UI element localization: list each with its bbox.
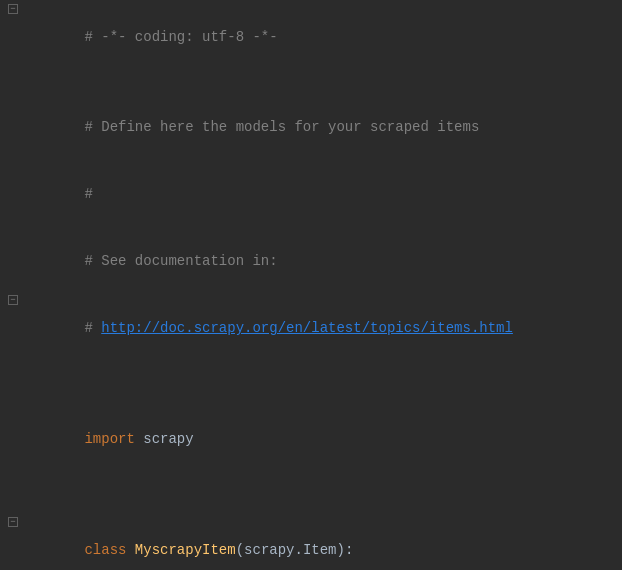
- line-10: [0, 473, 622, 495]
- url-link[interactable]: http://doc.scrapy.org/en/latest/topics/i…: [101, 320, 513, 336]
- line-11: [0, 495, 622, 517]
- keyword-import: import: [84, 431, 134, 447]
- fold-arrow-6[interactable]: −: [8, 295, 18, 305]
- fold-arrow-12[interactable]: −: [8, 517, 18, 527]
- gutter-6: −: [4, 295, 26, 305]
- line-7: [0, 362, 622, 384]
- comment-text: # -*- coding: utf-8 -*-: [84, 29, 277, 45]
- import-module: scrapy: [135, 431, 194, 447]
- line-4: #: [0, 160, 622, 227]
- line-5: # See documentation in:: [0, 228, 622, 295]
- line-6: − # http://doc.scrapy.org/en/latest/topi…: [0, 295, 622, 362]
- class-parens: (scrapy.Item):: [236, 542, 354, 558]
- code-line-3: # Define here the models for your scrape…: [26, 93, 614, 160]
- comment-hash: #: [84, 186, 92, 202]
- line-3: # Define here the models for your scrape…: [0, 93, 622, 160]
- code-line-9: import scrapy: [26, 406, 614, 473]
- code-line-12: class MyscrapyItem(scrapy.Item):: [26, 517, 614, 570]
- code-line-4: #: [26, 160, 614, 227]
- comment-define: # Define here the models for your scrape…: [84, 119, 479, 135]
- fold-arrow-1[interactable]: −: [8, 4, 18, 14]
- comment-url-prefix: #: [84, 320, 101, 336]
- line-12: − class MyscrapyItem(scrapy.Item):: [0, 517, 622, 570]
- keyword-class: class: [84, 542, 134, 558]
- line-1: − # -*- coding: utf-8 -*-: [0, 4, 622, 71]
- gutter-12: −: [4, 517, 26, 527]
- line-8: [0, 384, 622, 406]
- line-9: import scrapy: [0, 406, 622, 473]
- code-line-6: # http://doc.scrapy.org/en/latest/topics…: [26, 295, 614, 362]
- class-name-text: MyscrapyItem: [135, 542, 236, 558]
- line-2: [0, 71, 622, 93]
- code-line-1: # -*- coding: utf-8 -*-: [26, 4, 614, 71]
- comment-see-doc: # See documentation in:: [84, 253, 277, 269]
- code-line-5: # See documentation in:: [26, 228, 614, 295]
- gutter-1: −: [4, 4, 26, 14]
- code-editor: − # -*- coding: utf-8 -*- # Define here …: [0, 0, 622, 570]
